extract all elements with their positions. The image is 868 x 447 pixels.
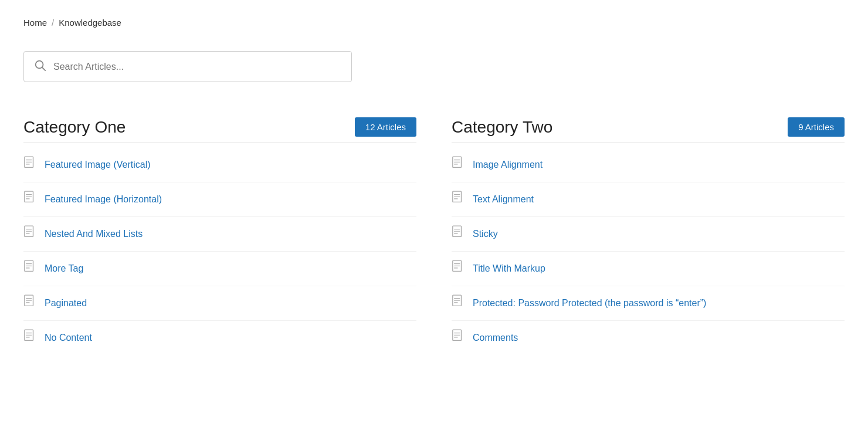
- article-list-2: Image Alignment Text Alignment Sticky Ti…: [452, 148, 845, 355]
- article-link[interactable]: No Content: [45, 333, 92, 343]
- list-item[interactable]: Sticky: [452, 217, 845, 252]
- category-divider-2: [452, 143, 845, 143]
- document-icon: [23, 329, 36, 347]
- document-icon: [452, 294, 464, 312]
- document-icon: [452, 191, 464, 208]
- breadcrumb-separator: /: [52, 18, 54, 28]
- document-icon: [23, 191, 36, 208]
- article-link[interactable]: Paginated: [45, 298, 87, 309]
- page-wrapper: Home / Knowledgebase Category One12 Arti…: [0, 0, 868, 372]
- document-icon: [23, 156, 36, 174]
- breadcrumb: Home / Knowledgebase: [23, 18, 845, 28]
- document-icon: [452, 329, 464, 347]
- document-icon: [452, 225, 464, 243]
- article-link[interactable]: More Tag: [45, 263, 83, 274]
- list-item[interactable]: Nested And Mixed Lists: [23, 217, 416, 252]
- search-container: [23, 51, 845, 82]
- article-link[interactable]: Featured Image (Horizontal): [45, 194, 162, 205]
- list-item[interactable]: Image Alignment: [452, 148, 845, 182]
- category-header-2: Category Two9 Articles: [452, 117, 845, 137]
- search-icon: [33, 59, 46, 74]
- document-icon: [23, 260, 36, 277]
- article-link[interactable]: Title With Markup: [473, 263, 545, 274]
- list-item[interactable]: No Content: [23, 321, 416, 355]
- breadcrumb-home[interactable]: Home: [23, 18, 47, 28]
- search-box: [23, 51, 352, 82]
- category-title-1: Category One: [23, 118, 126, 137]
- article-link[interactable]: Protected: Password Protected (the passw…: [473, 298, 706, 309]
- document-icon: [452, 156, 464, 174]
- article-link[interactable]: Comments: [473, 333, 518, 343]
- list-item[interactable]: Protected: Password Protected (the passw…: [452, 286, 845, 321]
- document-icon: [452, 260, 464, 277]
- search-input[interactable]: [53, 62, 342, 72]
- breadcrumb-current: Knowledgebase: [59, 18, 121, 28]
- svg-line-1: [42, 67, 45, 70]
- category-divider-1: [23, 143, 416, 143]
- document-icon: [23, 225, 36, 243]
- article-link[interactable]: Sticky: [473, 229, 498, 239]
- list-item[interactable]: Comments: [452, 321, 845, 355]
- articles-badge-2: 9 Articles: [788, 117, 845, 137]
- list-item[interactable]: Featured Image (Vertical): [23, 148, 416, 182]
- category-title-2: Category Two: [452, 118, 552, 137]
- category-section-2: Category Two9 Articles Image Alignment T…: [452, 117, 845, 355]
- article-link[interactable]: Image Alignment: [473, 160, 542, 170]
- categories-grid: Category One12 Articles Featured Image (…: [23, 117, 845, 355]
- article-list-1: Featured Image (Vertical) Featured Image…: [23, 148, 416, 355]
- list-item[interactable]: Paginated: [23, 286, 416, 321]
- list-item[interactable]: Text Alignment: [452, 182, 845, 217]
- article-link[interactable]: Text Alignment: [473, 194, 534, 205]
- document-icon: [23, 294, 36, 312]
- list-item[interactable]: Featured Image (Horizontal): [23, 182, 416, 217]
- article-link[interactable]: Featured Image (Vertical): [45, 160, 151, 170]
- list-item[interactable]: More Tag: [23, 252, 416, 286]
- list-item[interactable]: Title With Markup: [452, 252, 845, 286]
- article-link[interactable]: Nested And Mixed Lists: [45, 229, 143, 239]
- category-section-1: Category One12 Articles Featured Image (…: [23, 117, 416, 355]
- articles-badge-1: 12 Articles: [355, 117, 416, 137]
- category-header-1: Category One12 Articles: [23, 117, 416, 137]
